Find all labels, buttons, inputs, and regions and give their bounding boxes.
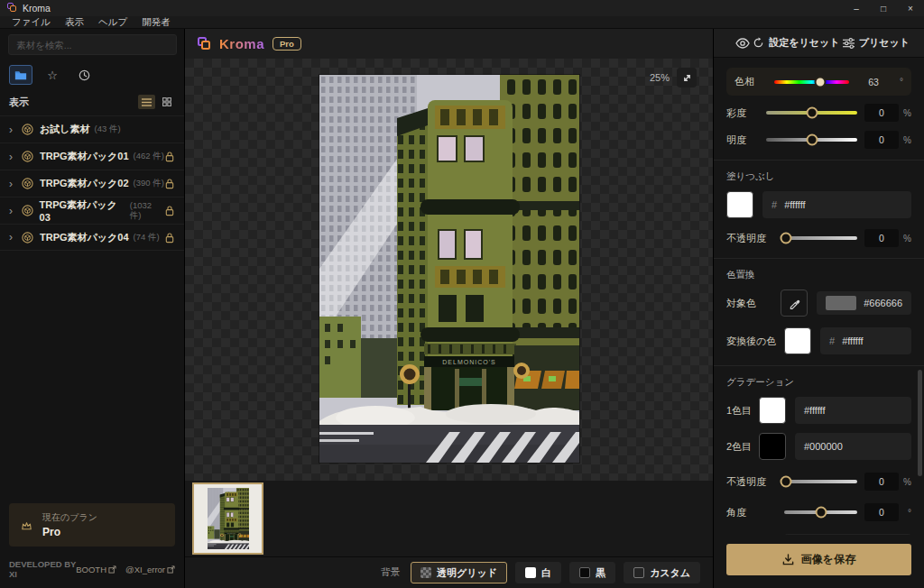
bg-black-button[interactable]: 黒 [569, 562, 615, 583]
hue-slider[interactable] [774, 80, 849, 84]
custom-swatch-icon [633, 567, 644, 578]
menu-help[interactable]: ヘルプ [92, 16, 134, 29]
tree-item[interactable]: › お試し素材 (43 件) [0, 115, 184, 142]
gradient-section: グラデーション 1色目 #ffffff 2色目 #000000 不透明 [714, 366, 924, 535]
saturation-label: 彩度 [726, 106, 759, 120]
crown-icon [20, 519, 33, 532]
preview-toggle-button[interactable] [735, 38, 750, 49]
app-logo-icon [7, 3, 17, 14]
tab-favorites[interactable]: ☆ [41, 65, 64, 85]
tree-item[interactable]: › TRPG素材パック02 (390 件) [0, 170, 184, 197]
save-image-button[interactable]: 画像を保存 [726, 544, 911, 575]
tab-folders[interactable] [9, 65, 32, 85]
bg-white-button[interactable]: 白 [515, 562, 561, 583]
tree-item[interactable]: › TRPG素材パック03 (1032 件) [0, 197, 184, 224]
gradient-opacity-label: 不透明度 [726, 475, 777, 489]
xi-error-link[interactable]: @XI_error [125, 565, 175, 574]
fill-title: 塗りつぶし [726, 170, 911, 183]
sidebar: ☆ 表示 › お試し素材 (43 件) [0, 29, 185, 588]
gradient-color2-swatch[interactable] [759, 433, 786, 460]
gradient-opacity-slider[interactable] [784, 480, 857, 483]
hue-label: 色相 [735, 75, 767, 88]
maximize-button[interactable]: □ [870, 0, 897, 16]
plan-label: 現在のプラン [42, 511, 97, 524]
gradient-title: グラデーション [726, 376, 911, 389]
canvas-area[interactable]: 25% [185, 59, 713, 481]
color-replace-section: 色置換 対象色 #666666 変換後の色 # # [714, 259, 924, 366]
lock-icon [164, 205, 175, 216]
canvas-image[interactable] [319, 75, 579, 463]
chevron-right-icon[interactable]: › [9, 178, 22, 190]
tree-item[interactable]: › TRPG素材パック01 (462 件) [0, 142, 184, 170]
white-swatch-icon [525, 567, 536, 578]
lightness-row: 明度 0 % [726, 131, 911, 149]
fit-to-screen-button[interactable] [677, 68, 697, 87]
preset-button[interactable]: プリセット [843, 36, 910, 50]
lock-icon [164, 232, 175, 243]
reset-settings-button[interactable]: 設定をリセット [753, 36, 839, 50]
menu-view[interactable]: 表示 [59, 16, 90, 29]
gradient-opacity-value[interactable]: 0 [864, 473, 899, 491]
saturation-slider[interactable] [766, 111, 857, 115]
gradient-color1-label: 1色目 [726, 404, 759, 418]
booth-link[interactable]: BOOTH [76, 565, 116, 574]
bg-transparent-grid-button[interactable]: 透明グリッド [411, 562, 507, 583]
chevron-right-icon[interactable]: › [9, 231, 22, 243]
grid-view-icon [162, 97, 171, 106]
search-input[interactable] [8, 34, 177, 55]
target-color-field[interactable]: #666666 [817, 291, 911, 315]
chevron-right-icon[interactable]: › [9, 205, 22, 217]
adjustments-panel: 設定をリセット プリセット 色相 63 ° 彩度 0 % [713, 29, 924, 588]
tab-recent[interactable] [72, 65, 96, 85]
fill-section: 塗りつぶし # #ffffff 不透明度 0 % [714, 161, 924, 259]
replace-title: 色置換 [726, 269, 911, 281]
hue-row: 色相 63 ° [726, 68, 911, 96]
gradient-color1-swatch[interactable] [759, 397, 786, 424]
star-icon: ☆ [47, 69, 58, 82]
menu-developer[interactable]: 開発者 [135, 16, 177, 29]
kroma-logo-icon [198, 37, 211, 51]
menu-bar: ファイル 表示 ヘルプ 開発者 [0, 16, 924, 29]
filmstrip [185, 481, 713, 556]
lightness-slider[interactable] [766, 138, 857, 142]
chevron-right-icon[interactable]: › [9, 124, 22, 136]
chevron-right-icon[interactable]: › [9, 151, 22, 163]
fill-opacity-slider[interactable] [784, 236, 857, 240]
eyedropper-button[interactable] [781, 289, 808, 317]
lightness-value[interactable]: 0 [864, 131, 899, 149]
image-thumbnail[interactable] [192, 482, 263, 555]
list-view-button[interactable] [138, 95, 155, 109]
current-plan-card[interactable]: 現在のプラン Pro [9, 503, 175, 547]
gradient-angle-value[interactable]: 0 [864, 503, 899, 521]
background-label: 背景 [381, 566, 400, 579]
developed-by-label: DEVELOPED BY XI [9, 559, 76, 579]
saturation-value[interactable]: 0 [864, 104, 899, 122]
download-icon [782, 554, 794, 565]
grid-view-button[interactable] [158, 95, 175, 109]
package-icon [22, 232, 33, 243]
panel-scroll-area[interactable]: 色相 63 ° 彩度 0 % 明度 0 % [714, 58, 924, 535]
external-link-icon [108, 565, 116, 574]
fill-color-swatch[interactable] [726, 191, 753, 218]
folder-icon [14, 69, 27, 80]
result-hex-input[interactable]: # #ffffff [820, 327, 911, 354]
fill-hex-input[interactable]: # #ffffff [762, 191, 911, 218]
result-color-swatch[interactable] [784, 327, 811, 354]
minimize-button[interactable]: – [843, 0, 870, 16]
lock-icon [164, 178, 175, 189]
checker-swatch-icon [420, 567, 431, 578]
gradient-color2-input[interactable]: #000000 [795, 433, 911, 460]
pro-badge: Pro [273, 37, 301, 51]
package-icon [22, 124, 33, 135]
menu-file[interactable]: ファイル [5, 16, 57, 29]
background-bar: 背景 透明グリッド 白 黒 カスタム [185, 556, 713, 588]
bg-custom-button[interactable]: カスタム [624, 562, 700, 583]
gradient-angle-slider[interactable] [784, 510, 857, 514]
eye-icon [735, 38, 750, 49]
gradient-angle-label: 角度 [726, 506, 777, 519]
fill-opacity-value[interactable]: 0 [864, 229, 899, 247]
close-button[interactable]: × [897, 0, 924, 16]
gradient-color1-input[interactable]: #ffffff [795, 397, 911, 424]
panel-scrollbar[interactable] [918, 370, 922, 476]
tree-item[interactable]: › TRPG素材パック04 (74 件) [0, 224, 184, 251]
